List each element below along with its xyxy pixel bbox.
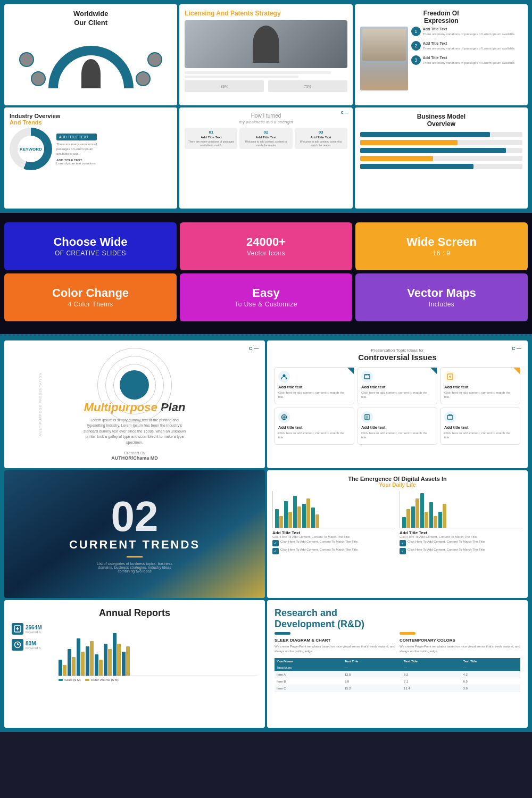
feature-color-change: Color Change 4 Color Thems [4, 273, 177, 321]
slide5-steps: 01 Add Title Text There are many variati… [185, 128, 347, 149]
num-badge-1: 1 [411, 27, 421, 36]
ar-chart [59, 623, 257, 676]
ci-icon-5 [361, 411, 373, 423]
slide3-title: Freedom Of Expression [360, 10, 522, 24]
step-1: 01 Add Title Text There are many variati… [185, 128, 237, 149]
rd-col-2: CONTEMPORARY COLORS We create PowerPoint… [400, 632, 520, 654]
num-badge-2: 2 [411, 41, 421, 51]
ct-dash [127, 556, 143, 558]
ci-item-3: Add title text Click here to add content… [440, 367, 520, 404]
ct-body: List of categories of business topics, b… [92, 562, 177, 573]
slide-annual-reports: Annual Reports 2564M Keyword A [4, 600, 265, 728]
ar-stats: 2564M Keyword A 80M Keyword A [12, 623, 54, 681]
slide5-logo: C — [341, 111, 348, 114]
slide-multipurpose: C — MULTIPURPOSE PRESENTATION Multipurpo… [4, 340, 265, 468]
slide4-chart: KEYWORD ADD TITLE TEXT There are many va… [10, 128, 172, 170]
table-row: Item A 12.5 8.3 4.2 [275, 671, 520, 678]
mp-created: Created By AUTHOR/Chama MD [111, 451, 158, 461]
ct-number: 02 [111, 495, 159, 538]
mp-circles [97, 348, 172, 395]
slide3-content: 1 Add Title Text There are many variatio… [360, 27, 522, 90]
slide-business: Business Model Overview [355, 107, 528, 209]
ci-pretitle: Presentation Topic Ideas for [275, 348, 520, 353]
dark-section: Choose Wide OF CREATIVE SLIDES 24000+ Ve… [0, 213, 532, 334]
mp-side-text: MULTIPURPOSE PRESENTATION [39, 372, 42, 436]
avatar-3 [31, 71, 46, 86]
ar-title: Annual Reports [12, 608, 257, 619]
ci-corner-2 [430, 368, 437, 374]
step-2: 02 Add Title Text Welcome to add content… [239, 128, 292, 149]
mp-logo: C — [249, 346, 259, 351]
ci-logo: C — [512, 346, 521, 351]
table-row: Total/sales — — — [275, 664, 520, 671]
slide2-title: Licensing And Patents Strategy [185, 10, 347, 17]
rd-table: Year/Name Test Title Test Title Test Tit… [275, 658, 520, 692]
da-title: The Emergence Of Digital Assets In [272, 476, 522, 482]
slide-rd: Research and Development (R&D) SLEEK DIA… [267, 600, 528, 728]
slide3-list: 1 Add Title Text There are many variatio… [411, 27, 522, 90]
slide5-title: How I turned [185, 113, 347, 119]
ar-chart-area: Sales ($ M) Order volume ($ M) [59, 623, 257, 681]
ci-corner-1 [347, 368, 354, 374]
feature-row-2: Color Change 4 Color Thems Easy To Use &… [4, 273, 528, 321]
ci-item-1: Add title text Click here to add content… [275, 367, 354, 404]
ci-icon-1 [278, 371, 290, 383]
slide1-title: Worldwide Our Client [10, 10, 172, 28]
ar-stat-icon-1 [12, 623, 23, 635]
rd-content: SLEEK DIAGRAM & CHART We create PowerPoi… [275, 632, 520, 654]
slide4-title: Industry Overview And Trends [10, 113, 172, 126]
da-chart-bars-2 [400, 491, 522, 528]
slide-freedom: Freedom Of Expression 1 Add Title Text T… [355, 4, 528, 105]
feature-vector-maps: Vector Maps Includes [355, 273, 528, 321]
ar-stat-2: 80M Keyword A [12, 639, 54, 651]
svg-rect-1 [364, 375, 370, 379]
slide2-img-bg [185, 20, 347, 68]
slide2-text-lines [185, 71, 347, 78]
slide5-subtitle: my weakness into a strength [185, 120, 347, 124]
slide-digital-assets: The Emergence Of Digital Assets In Your … [267, 470, 528, 598]
slide2-image [185, 20, 347, 68]
ci-item-5: Add title text Click here to add content… [358, 408, 437, 445]
feature-wide-screen: Wide Screen 16 : 9 [355, 222, 528, 270]
da-subtitle: Your Daily Life [272, 482, 522, 488]
num-badge-3: 3 [411, 55, 421, 65]
ci-item-2: Add title text Click here to add content… [358, 367, 437, 404]
slide2-stats: 89% 75% [185, 80, 347, 92]
top-slide-grid: Worldwide Our Client Licensing And Paten… [0, 0, 532, 213]
ci-icon-2 [361, 371, 373, 383]
donut-label: KEYWORD [18, 136, 44, 162]
slide-worldwide: Worldwide Our Client [4, 4, 177, 105]
avatar-4 [136, 71, 151, 86]
feature-choose-wide: Choose Wide OF CREATIVE SLIDES [4, 222, 177, 270]
da-chart-1: Add Title Text Click Here To Add Content… [272, 491, 395, 554]
avatar-2 [147, 52, 162, 67]
da-chart-2: Add Title Text Click Here To Add Content… [400, 491, 522, 554]
ci-grid: Add title text Click here to add content… [275, 367, 520, 445]
da-chart-bars-1 [272, 491, 395, 528]
slide-controversial: C — Presentation Topic Ideas for Controv… [267, 340, 528, 468]
rd-col-1: SLEEK DIAGRAM & CHART We create PowerPoi… [275, 632, 395, 654]
slide-howturned: C — How I turned my weakness into a stre… [179, 107, 352, 209]
avatar-1 [19, 52, 34, 67]
slide2-person [253, 26, 279, 63]
da-charts-row: Add Title Text Click Here To Add Content… [272, 491, 522, 554]
slide6-bars [360, 132, 522, 169]
ci-corner-3 [513, 368, 520, 374]
ci-icon-3 [444, 371, 456, 383]
ar-content: 2564M Keyword A 80M Keyword A [12, 623, 257, 681]
slide-industry: Industry Overview And Trends KEYWORD ADD… [4, 107, 177, 209]
ar-legend: Sales ($ M) Order volume ($ M) [59, 678, 257, 681]
slide3-image [360, 27, 408, 90]
feature-easy: Easy To Use & Customize [180, 273, 352, 321]
table-row: Item C 15.2 11.4 3.8 [275, 685, 520, 692]
feature-row-1: Choose Wide OF CREATIVE SLIDES 24000+ Ve… [4, 222, 528, 270]
ci-item-6: Add title text Click here to add content… [440, 408, 520, 445]
slide6-title: Business Model Overview [360, 113, 522, 128]
step-3: 03 Add Title Text Welcome to add content… [295, 128, 347, 149]
slide-licensing: Licensing And Patents Strategy 89% 75% [179, 4, 352, 105]
slide-current-trends: 02 CURRENT TRENDS List of categories of … [4, 470, 265, 598]
ar-stat-1: 2564M Keyword A [12, 623, 54, 635]
ci-icon-4 [278, 411, 290, 423]
feature-vector-icons: 24000+ Vector Icons [180, 222, 352, 270]
ci-item-4: Add title text Click here to add content… [275, 408, 354, 445]
